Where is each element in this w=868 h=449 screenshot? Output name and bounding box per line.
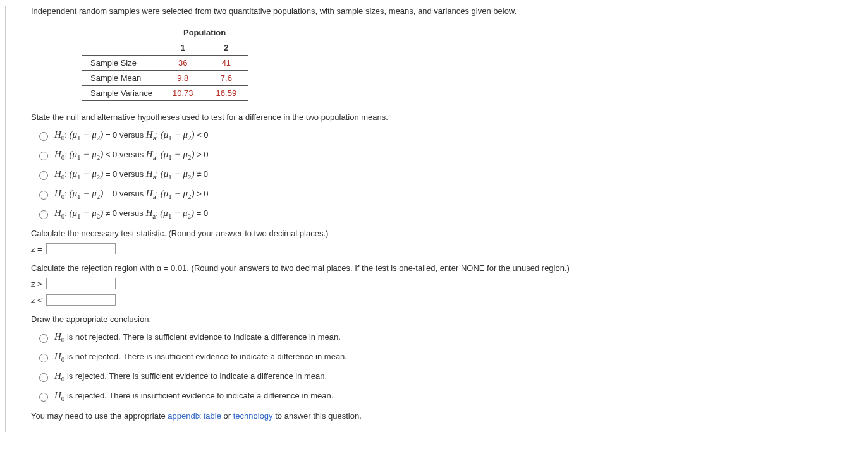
rejection-gt-row: z > <box>31 278 855 289</box>
conclusion-text: is not rejected. There is sufficient evi… <box>67 332 341 342</box>
radio-conc-2[interactable] <box>39 354 48 362</box>
footer-note: You may need to use the appropriate appe… <box>31 411 855 421</box>
row-label: Sample Variance <box>82 86 161 101</box>
teststat-input-row: z = <box>31 243 855 254</box>
row-label: Sample Size <box>82 56 161 71</box>
radio-hyp-1[interactable] <box>39 132 48 141</box>
table-row: Sample Variance 10.73 16.59 <box>82 86 248 101</box>
teststat-question: Calculate the necessary test statistic. … <box>31 229 855 238</box>
cell: 41 <box>205 56 248 71</box>
option-label: H0: (μ1 − μ2) < 0 versus Ha: (μ1 − μ2) >… <box>54 149 209 161</box>
conclusion-text: is not rejected. There is insufficient e… <box>67 352 347 361</box>
hypothesis-option-5[interactable]: H0: (μ1 − μ2) ≠ 0 versus Ha: (μ1 − μ2) =… <box>36 208 855 220</box>
intro-text: Independent random samples were selected… <box>31 6 855 16</box>
radio-hyp-5[interactable] <box>39 210 48 219</box>
conclusion-options: H0 is not rejected. There is sufficient … <box>36 332 855 402</box>
rejection-gt-input[interactable] <box>46 278 116 289</box>
radio-conc-4[interactable] <box>39 393 48 402</box>
footer-post: to answer this question. <box>273 411 362 421</box>
option-label: H0: (μ1 − μ2) ≠ 0 versus Ha: (μ1 − μ2) =… <box>54 208 208 220</box>
conclusion-text: is rejected. There is sufficient evidenc… <box>67 371 327 381</box>
radio-conc-1[interactable] <box>39 334 48 343</box>
teststat-input[interactable] <box>46 243 116 254</box>
option-label: H0 is rejected. There is insufficient ev… <box>54 390 333 402</box>
appendix-table-link[interactable]: appendix table <box>168 411 221 421</box>
option-label: H0 is not rejected. There is sufficient … <box>54 332 341 344</box>
conclusion-option-3[interactable]: H0 is rejected. There is sufficient evid… <box>36 371 855 383</box>
radio-conc-3[interactable] <box>39 373 48 382</box>
hypotheses-options: H0: (μ1 − μ2) = 0 versus Ha: (μ1 − μ2) <… <box>36 129 855 220</box>
table-header-span: Population <box>161 25 248 40</box>
row-label: Sample Mean <box>82 71 161 86</box>
hypotheses-question: State the null and alternative hypothese… <box>31 112 855 122</box>
cell: 10.73 <box>161 86 205 101</box>
cell: 36 <box>161 56 205 71</box>
option-label: H0 is rejected. There is sufficient evid… <box>54 371 327 383</box>
col-header-2: 2 <box>205 40 248 56</box>
option-label: H0: (μ1 − μ2) = 0 versus Ha: (μ1 − μ2) >… <box>54 188 209 200</box>
conclusion-option-2[interactable]: H0 is not rejected. There is insufficien… <box>36 351 855 363</box>
table-row: Sample Mean 9.8 7.6 <box>82 71 248 86</box>
z-equals-label: z = <box>31 244 42 254</box>
col-header-1: 1 <box>161 40 205 56</box>
option-label: H0: (μ1 − μ2) = 0 versus Ha: (μ1 − μ2) ≠… <box>54 169 208 181</box>
table-row: Sample Size 36 41 <box>82 56 248 71</box>
hypothesis-option-4[interactable]: H0: (μ1 − μ2) = 0 versus Ha: (μ1 − μ2) >… <box>36 188 855 200</box>
rejection-question: Calculate the rejection region with α = … <box>31 263 855 273</box>
rejection-lt-input[interactable] <box>46 294 116 306</box>
conclusion-text: is rejected. There is insufficient evide… <box>67 391 333 400</box>
radio-hyp-2[interactable] <box>39 152 48 160</box>
hypothesis-option-3[interactable]: H0: (μ1 − μ2) = 0 versus Ha: (μ1 − μ2) ≠… <box>36 169 855 181</box>
radio-hyp-4[interactable] <box>39 191 48 200</box>
conclusion-question: Draw the appropriate conclusion. <box>31 314 855 324</box>
option-label: H0 is not rejected. There is insufficien… <box>54 351 347 363</box>
conclusion-option-1[interactable]: H0 is not rejected. There is sufficient … <box>36 332 855 344</box>
hypothesis-option-1[interactable]: H0: (μ1 − μ2) = 0 versus Ha: (μ1 − μ2) <… <box>36 129 855 141</box>
hypothesis-option-2[interactable]: H0: (μ1 − μ2) < 0 versus Ha: (μ1 − μ2) >… <box>36 149 855 161</box>
option-label: H0: (μ1 − μ2) = 0 versus Ha: (μ1 − μ2) <… <box>54 129 209 141</box>
footer-mid: or <box>221 411 233 421</box>
z-gt-label: z > <box>31 279 42 289</box>
rejection-lt-row: z < <box>31 294 855 306</box>
technology-link[interactable]: technology <box>233 411 273 421</box>
footer-pre: You may need to use the appropriate <box>31 411 168 421</box>
radio-hyp-3[interactable] <box>39 171 48 180</box>
cell: 9.8 <box>161 71 205 86</box>
z-lt-label: z < <box>31 296 42 305</box>
cell: 7.6 <box>205 71 248 86</box>
question-container: Independent random samples were selected… <box>5 6 868 432</box>
data-table: Population 1 2 Sample Size 36 41 Sample … <box>82 25 248 101</box>
conclusion-option-4[interactable]: H0 is rejected. There is insufficient ev… <box>36 390 855 402</box>
cell: 16.59 <box>205 86 248 101</box>
